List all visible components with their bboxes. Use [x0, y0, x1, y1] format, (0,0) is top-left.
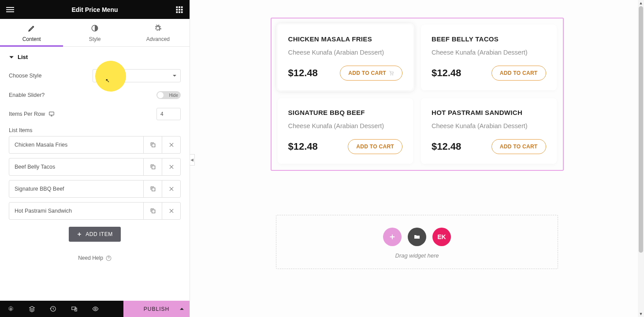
copy-icon [150, 142, 156, 148]
card-price: $12.48 [288, 67, 318, 79]
cart-icon [389, 70, 394, 76]
responsive-button[interactable] [63, 301, 85, 317]
navigator-button[interactable] [21, 301, 42, 317]
remove-button[interactable] [162, 203, 180, 219]
svg-rect-3 [176, 6, 178, 8]
apps-icon[interactable] [175, 6, 183, 14]
ekit-button[interactable]: EK [432, 228, 451, 246]
svg-rect-10 [179, 11, 180, 13]
close-icon [168, 208, 175, 214]
items-per-row-input[interactable] [156, 108, 181, 120]
list-items-label: List Items [0, 125, 190, 136]
svg-rect-6 [176, 9, 178, 11]
svg-rect-11 [181, 11, 183, 13]
sidebar-header: Edit Price Menu [0, 0, 190, 19]
copy-icon [150, 208, 156, 214]
card-title: BEEF BELLY TACOS [432, 35, 546, 43]
svg-rect-0 [6, 7, 14, 8]
devices-icon [71, 306, 78, 312]
list-item[interactable]: Chicken Masala Fries [9, 136, 181, 154]
history-icon [50, 306, 56, 312]
remove-button[interactable] [162, 136, 180, 153]
tab-style[interactable]: Style [63, 19, 126, 46]
field-enable-slider: Enable Slider? Hide [0, 87, 190, 103]
duplicate-button[interactable] [143, 203, 162, 219]
cart-button-label: ADD TO CART [348, 70, 386, 76]
choose-style-select[interactable]: ↖ Card [93, 69, 181, 82]
contrast-icon [91, 24, 99, 32]
template-button[interactable] [408, 228, 426, 246]
card-description: Cheese Kunafa (Arabian Dessert) [288, 122, 403, 129]
publish-button[interactable]: PUBLISH [123, 301, 190, 317]
preview-button[interactable] [85, 301, 106, 317]
cart-button-label: ADD TO CART [500, 144, 538, 150]
svg-rect-13 [49, 112, 54, 115]
enable-slider-toggle[interactable]: Hide [156, 91, 181, 99]
collapse-sidebar-button[interactable]: ◀ [190, 154, 195, 166]
list-item[interactable]: Signature BBQ Beef [9, 180, 181, 198]
scrollbar-thumb[interactable] [639, 6, 643, 253]
section-toggle-list[interactable]: List [0, 47, 190, 65]
svg-rect-8 [181, 9, 183, 11]
add-to-cart-button[interactable]: ADD TO CART [348, 139, 402, 154]
add-to-cart-button[interactable]: ADD TO CART [491, 139, 546, 154]
card-title: HOT PASTRAMI SANDWICH [432, 109, 546, 116]
folder-icon [413, 233, 421, 240]
editor-canvas[interactable]: ◀ CHICKEN MASALA FRIES Cheese Kunafa (Ar… [190, 0, 644, 317]
field-label: Enable Slider? [9, 92, 45, 98]
svg-rect-2 [6, 11, 14, 12]
desktop-icon[interactable] [48, 111, 55, 117]
widget-dropzone[interactable]: EK Drag widget here [276, 215, 558, 269]
history-button[interactable] [42, 301, 63, 317]
sidebar-footer: PUBLISH [0, 301, 190, 317]
menu-icon[interactable] [6, 6, 14, 14]
svg-rect-1 [6, 9, 14, 10]
add-item-button[interactable]: ADD ITEM [69, 227, 120, 242]
list-item[interactable]: Hot Pastrami Sandwich [9, 202, 181, 220]
copy-icon [150, 164, 156, 170]
scrollbar[interactable]: ▲ ▼ [638, 0, 644, 317]
gear-icon [154, 24, 162, 32]
add-to-cart-button[interactable]: ADD TO CART [491, 66, 546, 81]
field-label: Choose Style [9, 73, 41, 79]
svg-rect-7 [179, 9, 180, 11]
price-menu-widget[interactable]: CHICKEN MASALA FRIES Cheese Kunafa (Arab… [271, 18, 564, 171]
cart-button-label: ADD TO CART [356, 144, 394, 150]
menu-card: BEEF BELLY TACOS Cheese Kunafa (Arabian … [421, 25, 557, 90]
remove-button[interactable] [162, 181, 180, 197]
duplicate-button[interactable] [143, 136, 162, 153]
settings-button[interactable] [0, 301, 21, 317]
menu-card: CHICKEN MASALA FRIES Cheese Kunafa (Arab… [278, 25, 413, 90]
card-description: Cheese Kunafa (Arabian Dessert) [432, 122, 546, 129]
list-item[interactable]: Beef Belly Tacos [9, 158, 181, 176]
scroll-down-icon[interactable]: ▼ [638, 311, 644, 317]
list-item-name: Signature BBQ Beef [9, 181, 143, 197]
svg-point-22 [94, 308, 96, 310]
card-description: Cheese Kunafa (Arabian Dessert) [432, 49, 546, 56]
remove-button[interactable] [162, 158, 180, 175]
copy-icon [150, 186, 156, 192]
svg-rect-5 [181, 6, 183, 8]
field-label: Items Per Row [9, 111, 45, 117]
add-section-button[interactable] [383, 228, 402, 246]
duplicate-button[interactable] [143, 158, 162, 175]
svg-rect-16 [152, 188, 155, 191]
add-to-cart-button[interactable]: ADD TO CART [340, 66, 402, 81]
menu-card: HOT PASTRAMI SANDWICH Cheese Kunafa (Ara… [421, 98, 557, 164]
tab-content[interactable]: Content [0, 19, 63, 46]
duplicate-button[interactable] [143, 181, 162, 197]
toggle-label: Hide [169, 93, 178, 98]
card-price: $12.48 [288, 141, 318, 152]
card-price: $12.48 [432, 141, 461, 152]
need-help-link[interactable]: Need Help [0, 242, 190, 265]
svg-point-24 [392, 74, 393, 75]
svg-rect-9 [176, 11, 178, 13]
svg-rect-17 [152, 210, 155, 213]
menu-card: SIGNATURE BBQ BEEF Cheese Kunafa (Arabia… [278, 98, 413, 164]
tab-advanced[interactable]: Advanced [127, 19, 190, 46]
scroll-up-icon[interactable]: ▲ [638, 0, 644, 6]
help-icon [106, 255, 112, 261]
cart-button-label: ADD TO CART [500, 70, 538, 76]
need-help-label: Need Help [78, 255, 103, 261]
tab-label: Style [89, 36, 101, 42]
